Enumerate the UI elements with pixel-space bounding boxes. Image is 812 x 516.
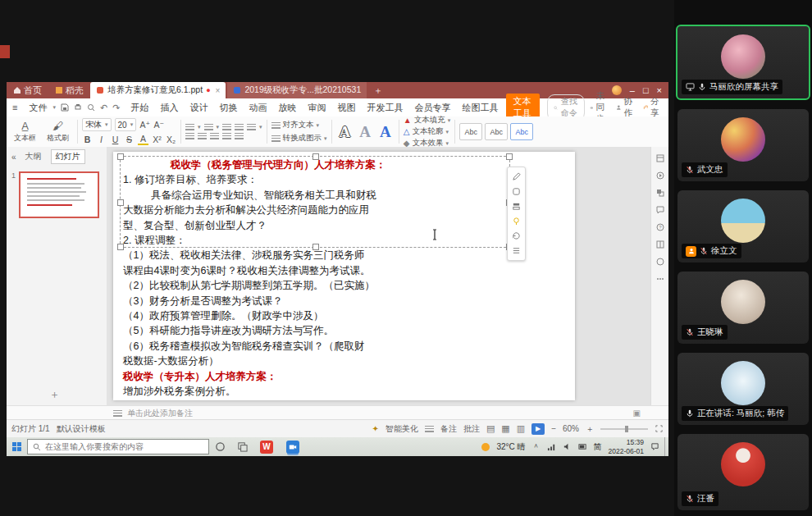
participant-tile-share[interactable]: 马丽欣的屏幕共享 <box>676 25 810 100</box>
wps-taskbar-icon[interactable]: W <box>260 441 273 454</box>
normal-view-icon[interactable]: ▤ <box>486 423 495 434</box>
collaborate-button[interactable]: 协作 <box>616 96 636 119</box>
justify-icon[interactable] <box>222 133 231 139</box>
text-fill-button[interactable]: ▲文本填充▾ <box>404 115 450 126</box>
help-pane-icon[interactable]: ? <box>655 222 665 232</box>
slide[interactable]: 税收学（税务管理与代理方向）人才培养方案： 1. 修订培养目标、培养要求： 具备… <box>113 152 575 400</box>
print-icon[interactable] <box>74 103 82 112</box>
document-tab-inactive[interactable]: 2019级税收学专...批20210531 <box>227 82 367 98</box>
preview-icon[interactable] <box>87 103 95 112</box>
ime-indicator[interactable]: 简 <box>594 441 602 453</box>
increase-indent-icon[interactable] <box>235 124 244 130</box>
menu-transition[interactable]: 切换 <box>213 102 243 114</box>
expand-notes-icon[interactable]: ▣ <box>633 409 641 418</box>
wps-docer-button[interactable]: 稻壳 <box>48 82 90 98</box>
quick-idea-icon[interactable] <box>512 217 521 226</box>
resource-pane-icon[interactable] <box>655 257 665 267</box>
wordart-style-1[interactable]: A <box>336 124 354 139</box>
increase-font-button[interactable]: A⁺ <box>139 120 150 130</box>
menu-devtools[interactable]: 开发工具 <box>361 102 408 114</box>
convert-diagram-button[interactable]: 转换成图示▾ <box>271 133 327 144</box>
participant-tile[interactable]: 徐立文 <box>677 190 809 263</box>
menu-view[interactable]: 视图 <box>331 102 361 114</box>
menu-slideshow[interactable]: 放映 <box>272 102 302 114</box>
menu-start[interactable]: 开始 <box>125 102 154 114</box>
text-style-preset-2[interactable]: Abc <box>485 123 508 140</box>
battery-icon[interactable] <box>578 442 587 451</box>
wps-home-button[interactable]: 首页 <box>7 82 48 98</box>
participant-tile[interactable]: 汪番 <box>677 434 809 510</box>
text-outline-button[interactable]: △文本轮廓▾ <box>404 126 450 137</box>
tray-expand-icon[interactable]: ＾ <box>532 441 541 453</box>
menu-design[interactable]: 设计 <box>184 102 213 114</box>
text-style-preset-1[interactable]: Abc <box>459 123 482 140</box>
cortana-icon[interactable] <box>215 441 226 452</box>
reading-view-icon[interactable]: ▥ <box>517 423 525 434</box>
animation-pane-icon[interactable] <box>655 171 665 180</box>
beautify-button[interactable]: 智能美化 <box>385 423 418 435</box>
subscript-button[interactable]: X₂ <box>166 135 176 144</box>
play-slideshow-button[interactable]: ▶ <box>531 423 545 435</box>
comments-toggle[interactable]: 批注 <box>463 423 480 435</box>
draw-tools-tab[interactable]: 绘图工具 <box>456 102 504 114</box>
volume-icon[interactable] <box>563 442 572 451</box>
wordart-style-3[interactable]: A <box>376 124 395 139</box>
highlight-color-button[interactable]: A <box>138 134 148 145</box>
line-spacing-icon[interactable] <box>247 124 256 130</box>
text-style-preset-3[interactable]: Abc <box>510 123 533 140</box>
file-menu[interactable]: 文件 <box>23 102 52 114</box>
action-center-icon[interactable] <box>650 442 659 451</box>
zoom-slider-thumb[interactable] <box>625 426 628 432</box>
more-pane-icon[interactable] <box>655 274 665 284</box>
save-icon[interactable] <box>61 103 69 112</box>
document-tab-active[interactable]: 培养方案修订意见6.1.ppt ● × <box>90 82 226 98</box>
participant-tile-speaking[interactable]: 正在讲话: 马丽欣; 韩传 <box>677 353 809 425</box>
collapse-panel-icon[interactable]: « <box>11 153 16 162</box>
menu-insert[interactable]: 插入 <box>154 102 184 114</box>
zoom-out-button[interactable]: − <box>551 424 556 433</box>
menu-review[interactable]: 审阅 <box>302 102 331 114</box>
format-painter-button[interactable]: 🖌︎ 格式刷 <box>43 120 73 144</box>
participant-tile[interactable]: 武文忠 <box>677 109 809 181</box>
align-left-icon[interactable] <box>185 133 194 139</box>
taskbar-search[interactable]: 在这里输入你要搜索的内容 <box>27 439 209 454</box>
bullets-icon[interactable] <box>185 124 194 130</box>
meeting-taskbar-icon[interactable] <box>286 441 299 454</box>
font-size-combo[interactable]: 20▾ <box>115 118 137 131</box>
font-name-combo[interactable]: 宋体▾ <box>82 118 112 131</box>
notes-toggle-icon[interactable] <box>425 426 434 432</box>
slide-text-block[interactable]: 税收学（税务管理与代理方向）人才培养方案： 1. 修订培养目标、培养要求： 具备… <box>123 158 518 400</box>
selection-pane-icon[interactable] <box>655 188 665 198</box>
align-center-icon[interactable] <box>198 133 207 139</box>
quick-style-icon[interactable] <box>512 187 521 196</box>
quick-layout-icon[interactable] <box>512 202 521 211</box>
sorter-view-icon[interactable]: ▦ <box>501 423 509 434</box>
template-pane-icon[interactable] <box>655 240 665 249</box>
hamburger-icon[interactable]: ≡ <box>7 103 23 112</box>
comment-pane-icon[interactable] <box>655 205 665 215</box>
quick-arrange-icon[interactable] <box>512 246 521 255</box>
clock[interactable]: 15:39 2022-06-01 <box>609 438 644 455</box>
add-slide-button[interactable]: ＋ <box>49 387 60 402</box>
network-icon[interactable] <box>547 442 556 451</box>
wordart-style-2[interactable]: A <box>356 124 374 139</box>
notes-toggle[interactable]: 备注 <box>440 423 457 435</box>
zoom-slider[interactable] <box>600 428 648 430</box>
decrease-indent-icon[interactable] <box>222 124 231 130</box>
notes-placeholder[interactable]: 单击此处添加备注 <box>127 408 193 419</box>
participant-tile[interactable]: 王晓琳 <box>677 272 809 344</box>
menu-animation[interactable]: 动画 <box>243 102 272 114</box>
quick-edit-icon[interactable] <box>512 172 521 181</box>
show-desktop-strip[interactable] <box>664 437 668 456</box>
bold-button[interactable]: B <box>82 135 93 144</box>
tab-slides[interactable]: 幻灯片 <box>51 149 85 164</box>
share-button[interactable]: 分享 <box>643 96 663 119</box>
tab-outline[interactable]: 大纲 <box>21 150 46 163</box>
start-button[interactable] <box>7 442 27 451</box>
zoom-in-button[interactable]: ＋ <box>586 423 594 435</box>
superscript-button[interactable]: X² <box>152 135 162 144</box>
redo-icon[interactable]: ↷ <box>112 103 120 113</box>
align-text-button[interactable]: 对齐文本▾ <box>271 120 327 130</box>
textbox-button[interactable]: A̲ 文本框 <box>10 120 40 144</box>
fullscreen-icon[interactable] <box>655 424 664 433</box>
